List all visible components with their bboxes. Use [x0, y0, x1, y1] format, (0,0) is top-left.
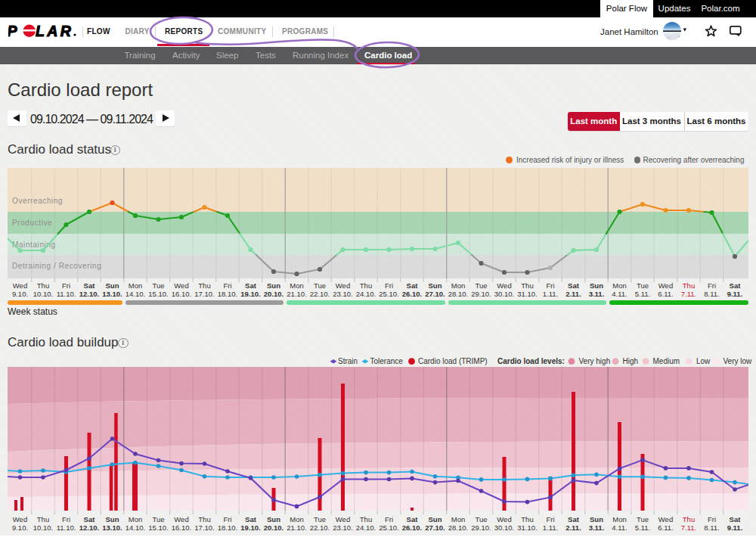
svg-text:Very low: Very low — [723, 357, 753, 365]
svg-text:Strain: Strain — [338, 357, 358, 365]
svg-text:Cardio load (TRIMP): Cardio load (TRIMP) — [418, 357, 488, 365]
svg-text:Medium: Medium — [653, 357, 680, 365]
svg-text:Very high: Very high — [579, 357, 611, 365]
svg-text:Productive: Productive — [12, 219, 52, 227]
svg-text:High: High — [623, 357, 639, 365]
svg-text:Detraining / Recovering: Detraining / Recovering — [12, 262, 101, 270]
svg-text:Tolerance: Tolerance — [370, 357, 404, 365]
svg-text:Overreaching: Overreaching — [12, 197, 63, 205]
svg-text:Cardio load levels:: Cardio load levels: — [497, 357, 565, 365]
svg-text:Low: Low — [696, 357, 711, 365]
